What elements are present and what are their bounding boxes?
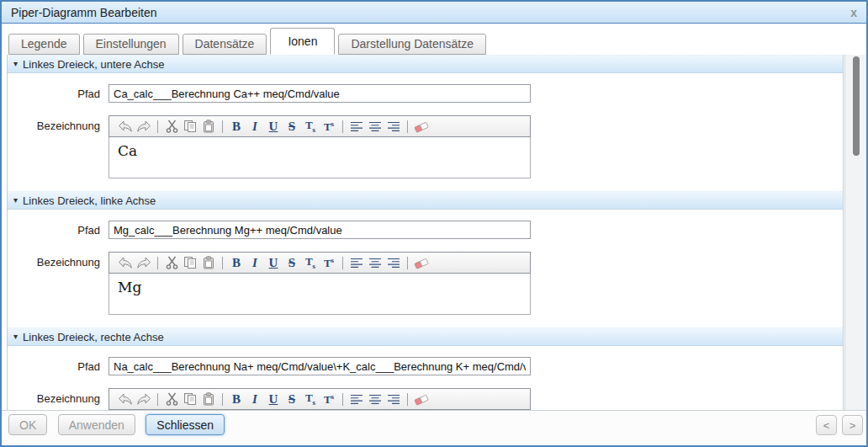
cut-icon[interactable]: [162, 254, 181, 271]
section-title: Linkes Dreieck, untere Achse: [23, 58, 164, 71]
align-center-icon[interactable]: [366, 118, 384, 135]
bezeichnung-row: Bezeichnung B I U S Ts Ts: [8, 252, 843, 315]
scrollbar-thumb[interactable]: [853, 56, 860, 156]
bezeichnung-label: Bezeichnung: [8, 115, 108, 132]
bold-icon[interactable]: B: [227, 118, 246, 135]
toolbar-separator: [342, 393, 343, 406]
section-title: Linkes Dreieck, rechte Achse: [23, 331, 164, 343]
pfad-label: Pfad: [8, 84, 108, 100]
apply-button[interactable]: Anwenden: [58, 414, 135, 435]
undo-icon[interactable]: [116, 391, 135, 407]
copy-icon[interactable]: [181, 254, 199, 271]
toolbar-separator: [157, 257, 158, 269]
copy-icon[interactable]: [181, 391, 199, 407]
strikethrough-icon[interactable]: S: [283, 391, 301, 407]
richtext-editor: B I U S Ts Ts Mg: [108, 252, 531, 315]
strikethrough-icon[interactable]: S: [283, 118, 301, 135]
align-center-icon[interactable]: [366, 391, 384, 407]
section-header-linke-achse[interactable]: ▾ Linkes Dreieck, linke Achse: [8, 191, 843, 210]
tab-bar: Legende Einstellungen Datensätze Ionen D…: [2, 24, 866, 55]
toolbar-separator: [157, 393, 158, 406]
bold-icon[interactable]: B: [227, 391, 246, 407]
cut-icon[interactable]: [162, 391, 181, 407]
redo-icon[interactable]: [135, 391, 153, 407]
vertical-scrollbar[interactable]: [844, 55, 866, 410]
footer-bar: OK Anwenden Schliessen < >: [2, 410, 866, 445]
title-bar: Piper-Diagramm Bearbeiten x: [2, 2, 866, 24]
bezeichnung-row: Bezeichnung B I U S Ts Ts: [8, 388, 843, 410]
subscript-icon[interactable]: Ts: [301, 254, 320, 271]
dialog-title: Piper-Diagramm Bearbeiten: [11, 6, 157, 19]
italic-icon[interactable]: I: [246, 391, 264, 407]
close-button[interactable]: Schliessen: [146, 414, 225, 435]
collapse-arrow-icon: ▾: [13, 196, 18, 205]
bezeichnung-row: Bezeichnung B I U S Ts Ts: [8, 115, 843, 178]
pfad-row: Pfad: [8, 357, 843, 375]
tab-datensaetze[interactable]: Datensätze: [183, 34, 267, 55]
richtext-toolbar: B I U S Ts Ts: [108, 252, 531, 274]
underline-icon[interactable]: U: [264, 254, 283, 271]
pfad-row: Pfad: [8, 221, 843, 239]
next-button[interactable]: >: [842, 415, 863, 435]
pfad-label: Pfad: [8, 221, 108, 237]
toolbar-separator: [342, 120, 343, 133]
copy-icon[interactable]: [181, 118, 199, 135]
superscript-icon[interactable]: Ts: [320, 391, 338, 407]
pfad-input-rechte-achse[interactable]: [108, 357, 531, 375]
bezeichnung-editor-linke-achse[interactable]: Mg: [108, 274, 531, 315]
align-center-icon[interactable]: [366, 254, 384, 271]
section-header-untere-achse[interactable]: ▾ Linkes Dreieck, untere Achse: [8, 55, 843, 73]
subscript-icon[interactable]: Ts: [301, 391, 320, 407]
toolbar-separator: [222, 393, 223, 406]
pfad-input-untere-achse[interactable]: [108, 84, 531, 103]
cut-icon[interactable]: [162, 118, 181, 135]
italic-icon[interactable]: I: [246, 254, 264, 271]
paste-icon[interactable]: [199, 118, 218, 135]
align-left-icon[interactable]: [347, 118, 366, 135]
tab-darstellung-datensaetze[interactable]: Darstellung Datensätze: [338, 34, 486, 55]
align-right-icon[interactable]: [384, 391, 403, 407]
bezeichnung-label: Bezeichnung: [8, 388, 108, 405]
remove-format-icon[interactable]: [412, 391, 431, 407]
paste-icon[interactable]: [199, 254, 218, 271]
remove-format-icon[interactable]: [412, 118, 431, 135]
richtext-editor: B I U S Ts Ts: [108, 388, 531, 410]
prev-button[interactable]: <: [816, 415, 837, 435]
toolbar-separator: [407, 393, 408, 406]
undo-icon[interactable]: [116, 254, 135, 271]
subscript-icon[interactable]: Ts: [301, 118, 320, 135]
underline-icon[interactable]: U: [264, 118, 283, 135]
align-left-icon[interactable]: [347, 254, 366, 271]
close-icon[interactable]: x: [850, 7, 857, 19]
collapse-arrow-icon: ▾: [13, 60, 18, 68]
richtext-toolbar: B I U S Ts Ts: [108, 388, 531, 410]
pfad-row: Pfad: [8, 84, 843, 103]
tab-legende[interactable]: Legende: [8, 34, 80, 55]
strikethrough-icon[interactable]: S: [283, 254, 301, 271]
superscript-icon[interactable]: Ts: [320, 254, 338, 271]
toolbar-separator: [342, 257, 343, 269]
undo-icon[interactable]: [116, 118, 135, 135]
ok-button[interactable]: OK: [8, 414, 47, 435]
bezeichnung-editor-untere-achse[interactable]: Ca: [108, 137, 531, 178]
superscript-icon[interactable]: Ts: [320, 118, 338, 135]
underline-icon[interactable]: U: [264, 391, 283, 407]
tab-einstellungen[interactable]: Einstellungen: [83, 34, 179, 55]
toolbar-separator: [157, 120, 158, 133]
dialog-piper-diagramm: Piper-Diagramm Bearbeiten x Legende Eins…: [0, 0, 868, 447]
redo-icon[interactable]: [135, 254, 153, 271]
align-right-icon[interactable]: [384, 254, 403, 271]
align-right-icon[interactable]: [384, 118, 403, 135]
redo-icon[interactable]: [135, 118, 153, 135]
tab-panel-ionen: ▾ Linkes Dreieck, untere Achse Pfad Beze…: [7, 55, 844, 410]
italic-icon[interactable]: I: [246, 118, 264, 135]
paste-icon[interactable]: [199, 391, 218, 407]
pfad-input-linke-achse[interactable]: [108, 221, 531, 239]
bold-icon[interactable]: B: [227, 254, 246, 271]
collapse-arrow-icon: ▾: [13, 333, 18, 341]
section-header-rechte-achse[interactable]: ▾ Linkes Dreieck, rechte Achse: [8, 327, 843, 346]
pfad-label: Pfad: [8, 357, 108, 373]
tab-ionen[interactable]: Ionen: [270, 28, 335, 55]
remove-format-icon[interactable]: [412, 254, 431, 271]
align-left-icon[interactable]: [347, 391, 366, 407]
